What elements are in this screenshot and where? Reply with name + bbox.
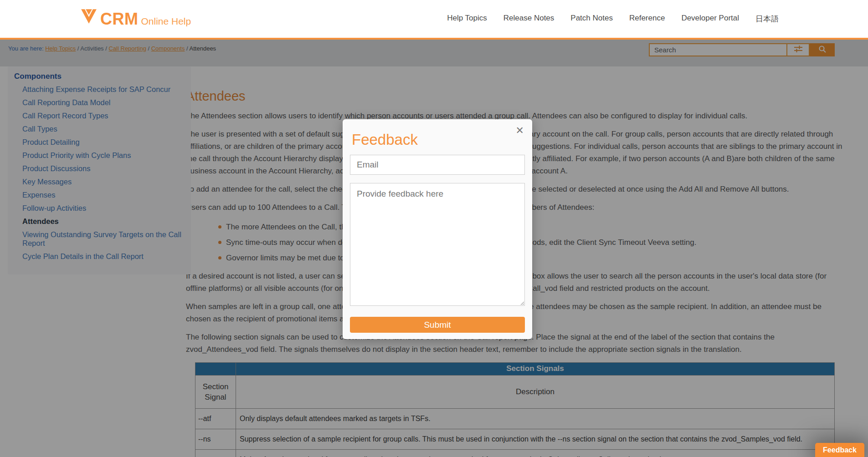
submit-button[interactable]: Submit [350, 317, 525, 333]
brand-logo[interactable]: CRM Online Help [80, 8, 191, 26]
nav-developer-portal[interactable]: Developer Portal [681, 14, 739, 24]
nav-release-notes[interactable]: Release Notes [503, 14, 555, 24]
top-nav: Help Topics Release Notes Patch Notes Re… [447, 14, 779, 24]
feedback-textarea[interactable] [350, 183, 525, 306]
feedback-tab-button[interactable]: Feedback [815, 443, 864, 457]
close-icon[interactable]: ✕ [516, 126, 524, 136]
email-field[interactable] [350, 155, 525, 175]
nav-japanese[interactable]: 日本語 [755, 14, 779, 24]
nav-reference[interactable]: Reference [629, 14, 665, 24]
nav-help-topics[interactable]: Help Topics [447, 14, 487, 24]
nav-patch-notes[interactable]: Patch Notes [570, 14, 613, 24]
feedback-modal: ✕ Feedback Submit [343, 119, 532, 339]
veeva-logo-icon [80, 8, 100, 26]
logo-title: CRM [100, 12, 138, 26]
app-header: CRM Online Help Help Topics Release Note… [0, 0, 868, 40]
modal-title: Feedback [352, 131, 525, 148]
logo-subtitle: Online Help [141, 16, 191, 26]
